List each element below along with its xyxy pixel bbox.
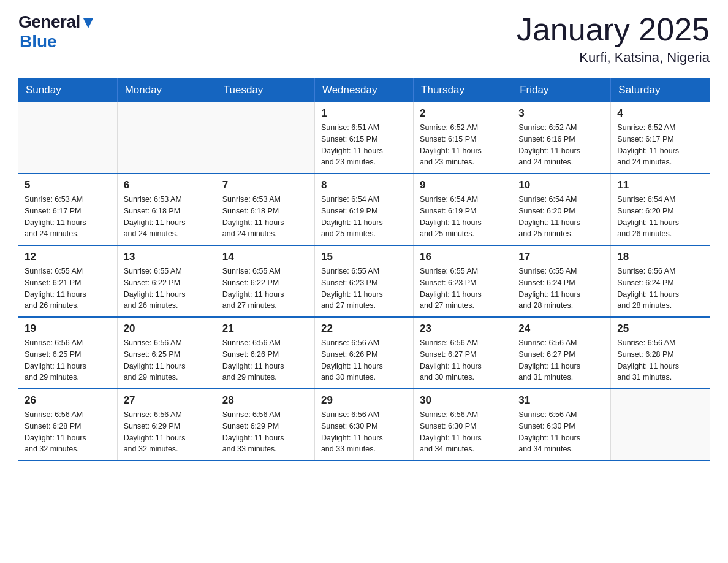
- day-info: Sunrise: 6:55 AM Sunset: 6:23 PM Dayligh…: [420, 266, 506, 312]
- column-header-thursday: Thursday: [414, 78, 512, 102]
- day-number: 13: [124, 251, 210, 263]
- calendar-week-row: 26Sunrise: 6:56 AM Sunset: 6:28 PM Dayli…: [18, 389, 710, 461]
- day-number: 22: [321, 323, 407, 335]
- page-header: General Blue January 2025 Kurfi, Katsina…: [18, 12, 710, 66]
- calendar-cell: [117, 102, 216, 174]
- day-info: Sunrise: 6:56 AM Sunset: 6:28 PM Dayligh…: [617, 337, 703, 383]
- day-number: 25: [617, 323, 703, 335]
- calendar-cell: 30Sunrise: 6:56 AM Sunset: 6:30 PM Dayli…: [414, 389, 512, 461]
- calendar-cell: 14Sunrise: 6:55 AM Sunset: 6:22 PM Dayli…: [216, 245, 314, 317]
- day-info: Sunrise: 6:52 AM Sunset: 6:15 PM Dayligh…: [420, 122, 506, 168]
- calendar-week-row: 12Sunrise: 6:55 AM Sunset: 6:21 PM Dayli…: [18, 245, 710, 317]
- day-info: Sunrise: 6:55 AM Sunset: 6:22 PM Dayligh…: [124, 266, 210, 312]
- calendar-cell: 15Sunrise: 6:55 AM Sunset: 6:23 PM Dayli…: [314, 245, 413, 317]
- day-info: Sunrise: 6:55 AM Sunset: 6:24 PM Dayligh…: [518, 266, 604, 312]
- day-number: 10: [518, 179, 604, 191]
- calendar-cell: 19Sunrise: 6:56 AM Sunset: 6:25 PM Dayli…: [18, 317, 117, 389]
- day-info: Sunrise: 6:56 AM Sunset: 6:24 PM Dayligh…: [617, 266, 703, 312]
- day-info: Sunrise: 6:56 AM Sunset: 6:28 PM Dayligh…: [25, 409, 111, 455]
- day-number: 5: [25, 179, 111, 191]
- day-info: Sunrise: 6:56 AM Sunset: 6:30 PM Dayligh…: [321, 409, 407, 455]
- calendar-cell: [18, 102, 117, 174]
- day-info: Sunrise: 6:54 AM Sunset: 6:20 PM Dayligh…: [518, 194, 604, 240]
- day-info: Sunrise: 6:54 AM Sunset: 6:19 PM Dayligh…: [420, 194, 506, 240]
- calendar-cell: [611, 389, 710, 461]
- day-info: Sunrise: 6:55 AM Sunset: 6:22 PM Dayligh…: [222, 266, 308, 312]
- day-number: 2: [420, 107, 506, 120]
- calendar-title: January 2025: [517, 12, 710, 47]
- day-info: Sunrise: 6:56 AM Sunset: 6:26 PM Dayligh…: [222, 337, 308, 383]
- day-info: Sunrise: 6:52 AM Sunset: 6:16 PM Dayligh…: [518, 122, 604, 168]
- day-info: Sunrise: 6:56 AM Sunset: 6:30 PM Dayligh…: [420, 409, 506, 455]
- day-info: Sunrise: 6:56 AM Sunset: 6:27 PM Dayligh…: [518, 337, 604, 383]
- day-info: Sunrise: 6:56 AM Sunset: 6:25 PM Dayligh…: [124, 337, 210, 383]
- calendar-cell: 27Sunrise: 6:56 AM Sunset: 6:29 PM Dayli…: [117, 389, 216, 461]
- day-info: Sunrise: 6:54 AM Sunset: 6:20 PM Dayligh…: [617, 194, 703, 240]
- day-number: 17: [518, 251, 604, 263]
- day-number: 29: [321, 394, 407, 407]
- logo: General Blue: [18, 12, 95, 52]
- day-info: Sunrise: 6:53 AM Sunset: 6:17 PM Dayligh…: [25, 194, 111, 240]
- column-header-friday: Friday: [512, 78, 611, 102]
- day-info: Sunrise: 6:54 AM Sunset: 6:19 PM Dayligh…: [321, 194, 407, 240]
- calendar-cell: 31Sunrise: 6:56 AM Sunset: 6:30 PM Dayli…: [512, 389, 611, 461]
- day-info: Sunrise: 6:53 AM Sunset: 6:18 PM Dayligh…: [124, 194, 210, 240]
- calendar-table: SundayMondayTuesdayWednesdayThursdayFrid…: [18, 78, 710, 461]
- day-number: 20: [124, 323, 210, 335]
- calendar-cell: 13Sunrise: 6:55 AM Sunset: 6:22 PM Dayli…: [117, 245, 216, 317]
- day-number: 12: [25, 251, 111, 263]
- day-number: 1: [321, 107, 407, 120]
- day-number: 16: [420, 251, 506, 263]
- day-number: 27: [124, 394, 210, 407]
- day-number: 15: [321, 251, 407, 263]
- day-info: Sunrise: 6:53 AM Sunset: 6:18 PM Dayligh…: [222, 194, 308, 240]
- day-number: 3: [518, 107, 604, 120]
- day-info: Sunrise: 6:52 AM Sunset: 6:17 PM Dayligh…: [617, 122, 703, 168]
- column-header-monday: Monday: [117, 78, 216, 102]
- logo-general-text: General: [18, 12, 80, 32]
- calendar-cell: 12Sunrise: 6:55 AM Sunset: 6:21 PM Dayli…: [18, 245, 117, 317]
- calendar-cell: 22Sunrise: 6:56 AM Sunset: 6:26 PM Dayli…: [314, 317, 413, 389]
- calendar-header-row: SundayMondayTuesdayWednesdayThursdayFrid…: [18, 78, 710, 102]
- day-info: Sunrise: 6:56 AM Sunset: 6:30 PM Dayligh…: [518, 409, 604, 455]
- calendar-cell: 18Sunrise: 6:56 AM Sunset: 6:24 PM Dayli…: [611, 245, 710, 317]
- calendar-cell: 28Sunrise: 6:56 AM Sunset: 6:29 PM Dayli…: [216, 389, 314, 461]
- calendar-cell: [216, 102, 314, 174]
- title-block: January 2025 Kurfi, Katsina, Nigeria: [517, 12, 710, 66]
- calendar-week-row: 19Sunrise: 6:56 AM Sunset: 6:25 PM Dayli…: [18, 317, 710, 389]
- calendar-cell: 17Sunrise: 6:55 AM Sunset: 6:24 PM Dayli…: [512, 245, 611, 317]
- day-info: Sunrise: 6:56 AM Sunset: 6:25 PM Dayligh…: [25, 337, 111, 383]
- calendar-cell: 3Sunrise: 6:52 AM Sunset: 6:16 PM Daylig…: [512, 102, 611, 174]
- day-number: 7: [222, 179, 308, 191]
- day-info: Sunrise: 6:51 AM Sunset: 6:15 PM Dayligh…: [321, 122, 407, 168]
- day-number: 14: [222, 251, 308, 263]
- day-number: 24: [518, 323, 604, 335]
- column-header-wednesday: Wednesday: [314, 78, 413, 102]
- calendar-cell: 25Sunrise: 6:56 AM Sunset: 6:28 PM Dayli…: [611, 317, 710, 389]
- day-number: 8: [321, 179, 407, 191]
- day-number: 26: [25, 394, 111, 407]
- day-info: Sunrise: 6:55 AM Sunset: 6:23 PM Dayligh…: [321, 266, 407, 312]
- calendar-cell: 4Sunrise: 6:52 AM Sunset: 6:17 PM Daylig…: [611, 102, 710, 174]
- day-number: 9: [420, 179, 506, 191]
- day-info: Sunrise: 6:56 AM Sunset: 6:26 PM Dayligh…: [321, 337, 407, 383]
- column-header-sunday: Sunday: [18, 78, 117, 102]
- calendar-cell: 24Sunrise: 6:56 AM Sunset: 6:27 PM Dayli…: [512, 317, 611, 389]
- calendar-subtitle: Kurfi, Katsina, Nigeria: [517, 50, 710, 66]
- column-header-tuesday: Tuesday: [216, 78, 314, 102]
- calendar-cell: 10Sunrise: 6:54 AM Sunset: 6:20 PM Dayli…: [512, 174, 611, 245]
- calendar-cell: 23Sunrise: 6:56 AM Sunset: 6:27 PM Dayli…: [414, 317, 512, 389]
- day-number: 31: [518, 394, 604, 407]
- calendar-cell: 6Sunrise: 6:53 AM Sunset: 6:18 PM Daylig…: [117, 174, 216, 245]
- calendar-cell: 7Sunrise: 6:53 AM Sunset: 6:18 PM Daylig…: [216, 174, 314, 245]
- day-info: Sunrise: 6:56 AM Sunset: 6:27 PM Dayligh…: [420, 337, 506, 383]
- day-number: 19: [25, 323, 111, 335]
- calendar-week-row: 1Sunrise: 6:51 AM Sunset: 6:15 PM Daylig…: [18, 102, 710, 174]
- day-number: 18: [617, 251, 703, 263]
- day-info: Sunrise: 6:56 AM Sunset: 6:29 PM Dayligh…: [124, 409, 210, 455]
- day-info: Sunrise: 6:56 AM Sunset: 6:29 PM Dayligh…: [222, 409, 308, 455]
- day-number: 30: [420, 394, 506, 407]
- calendar-cell: 26Sunrise: 6:56 AM Sunset: 6:28 PM Dayli…: [18, 389, 117, 461]
- day-number: 28: [222, 394, 308, 407]
- day-info: Sunrise: 6:55 AM Sunset: 6:21 PM Dayligh…: [25, 266, 111, 312]
